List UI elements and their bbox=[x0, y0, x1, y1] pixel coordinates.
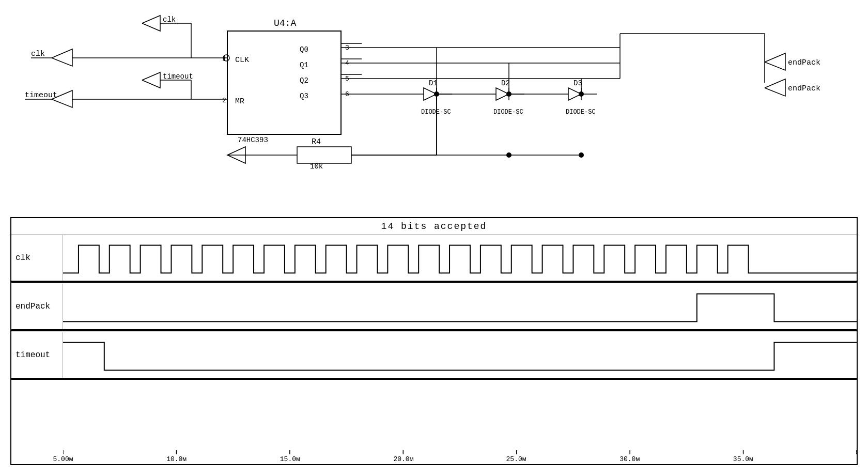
d3-type: DIODE-SC bbox=[566, 109, 596, 116]
svg-rect-0 bbox=[227, 31, 341, 134]
d1-label: D1 bbox=[429, 79, 438, 87]
svg-point-41 bbox=[579, 91, 584, 97]
svg-rect-49 bbox=[297, 147, 351, 163]
waveform-panel: 14 bits accepted clk endPack bbox=[10, 217, 858, 465]
d2-label: D2 bbox=[501, 79, 510, 87]
clk-wave bbox=[63, 235, 857, 281]
waveform-title: 14 bits accepted bbox=[11, 218, 857, 235]
time-label-5: 5.00м bbox=[53, 455, 73, 463]
pin-mr-label: MR bbox=[235, 97, 244, 106]
pin-num-2: 2 bbox=[222, 97, 226, 104]
ic-type-label: 74HC393 bbox=[238, 136, 268, 144]
time-label-10: 10.0м bbox=[166, 455, 187, 463]
endpack-wave bbox=[63, 284, 857, 329]
endpack-open-label: endPack bbox=[788, 84, 820, 93]
time-label-15: 15.0м bbox=[280, 455, 300, 463]
d1-type: DIODE-SC bbox=[421, 109, 451, 116]
time-label-20: 20.0м bbox=[393, 455, 413, 463]
d2-type: DIODE-SC bbox=[493, 109, 523, 116]
pin-q3-label: Q3 bbox=[300, 92, 308, 100]
timeout-wave bbox=[63, 332, 857, 378]
empty-area bbox=[11, 381, 857, 448]
pin-q1-label: Q1 bbox=[300, 61, 308, 69]
time-label-35: 35.0м bbox=[733, 455, 753, 463]
signal-row-endpack: endPack bbox=[11, 284, 857, 330]
d3-label: D3 bbox=[574, 79, 582, 87]
timeout-signal-label: timeout bbox=[25, 91, 57, 100]
signal-row-timeout: timeout bbox=[11, 332, 857, 379]
clk-source-top-label: clk bbox=[163, 16, 176, 24]
signal-row-clk: clk bbox=[11, 235, 857, 282]
time-label-25: 25.0м bbox=[506, 455, 526, 463]
main-container: U4:A CLK MR Q0 Q1 Q2 Q3 3 4 5 6 1 2 74HC… bbox=[0, 0, 868, 475]
svg-point-46 bbox=[579, 152, 584, 158]
pin-num-1: 1 bbox=[222, 55, 226, 63]
timeout-label: timeout bbox=[11, 332, 63, 378]
pin-clk-label: CLK bbox=[235, 56, 249, 65]
time-axis-labels: 5.00м 10.0м 15.0м 20.0м 25.0м 30.0м 35.0… bbox=[63, 450, 857, 471]
r4-value: 10k bbox=[310, 162, 323, 171]
time-axis: 5.00м 10.0м 15.0м 20.0м 25.0м 30.0м 35.0… bbox=[11, 448, 857, 469]
endpack-label: endPack bbox=[11, 284, 63, 329]
time-label-30: 30.0м bbox=[619, 455, 640, 463]
clk-signal-label: clk bbox=[31, 50, 45, 58]
clk-label: clk bbox=[11, 235, 63, 281]
timeout-source-top-label: timeout bbox=[163, 72, 193, 81]
svg-point-45 bbox=[506, 152, 512, 158]
r4-label: R4 bbox=[312, 137, 321, 146]
schematic-diagram: U4:A CLK MR Q0 Q1 Q2 Q3 3 4 5 6 1 2 74HC… bbox=[0, 0, 868, 217]
waveform-content: clk endPack bbox=[11, 235, 857, 463]
pin-q2-label: Q2 bbox=[300, 76, 308, 85]
pin-q0-label: Q0 bbox=[300, 45, 308, 54]
endpack-filled-label: endPack bbox=[788, 58, 820, 67]
ic-label: U4:A bbox=[274, 18, 296, 28]
